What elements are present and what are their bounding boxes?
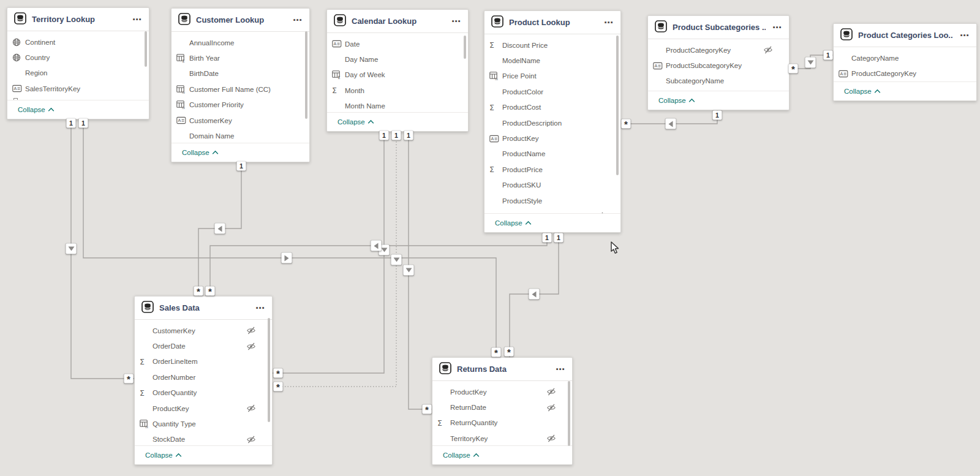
- table-card[interactable]: Product Subcategories ... ⋯ ProductCateg…: [647, 15, 790, 110]
- filter-direction-down-arrow-icon[interactable]: [404, 265, 414, 276]
- table-header[interactable]: Calendar Lookup ⋯: [327, 10, 468, 33]
- table-scrollbar[interactable]: [145, 31, 147, 67]
- more-options-button[interactable]: ⋯: [450, 10, 462, 32]
- field-row[interactable]: OrderNumber: [135, 369, 272, 385]
- hidden-eye-icon[interactable]: [763, 46, 773, 54]
- more-options-button[interactable]: ⋯: [254, 297, 266, 319]
- hidden-field-toggle[interactable]: [246, 404, 256, 412]
- collapse-link[interactable]: Collapse: [443, 451, 480, 459]
- field-row[interactable]: ΣProductPrice: [484, 162, 620, 177]
- field-row[interactable]: CustomerKey: [135, 323, 272, 338]
- collapse-link[interactable]: Collapse: [18, 106, 55, 113]
- field-row[interactable]: ProductKey: [432, 384, 572, 399]
- table-header[interactable]: Customer Lookup ⋯: [172, 9, 309, 32]
- collapse-link[interactable]: Collapse: [337, 118, 374, 126]
- hidden-eye-icon[interactable]: [246, 327, 256, 334]
- hidden-eye-icon[interactable]: [546, 388, 556, 396]
- field-row[interactable]: ΣReturnQuantity: [432, 415, 572, 431]
- filter-direction-down-arrow-icon[interactable]: [66, 244, 77, 254]
- field-row[interactable]: Domain Name: [172, 128, 309, 143]
- table-scrollbar[interactable]: [268, 318, 270, 422]
- field-row[interactable]: ProductCategoryKey: [648, 42, 789, 58]
- field-row[interactable]: ΣDiscount Price: [484, 37, 620, 53]
- table-header[interactable]: Territory Lookup ⋯: [7, 8, 149, 31]
- table-scrollbar[interactable]: [616, 36, 619, 175]
- field-row[interactable]: fxQuantity Type: [135, 416, 272, 431]
- more-options-button[interactable]: ⋯: [292, 9, 303, 31]
- filter-direction-left-arrow-icon[interactable]: [215, 224, 225, 234]
- field-row[interactable]: ΣProductCost: [484, 100, 620, 115]
- table-header[interactable]: Returns Data ⋯: [432, 358, 572, 381]
- collapse-link[interactable]: Collapse: [844, 88, 881, 95]
- field-row[interactable]: ProductColor: [484, 84, 620, 99]
- field-row[interactable]: BirthDate: [172, 66, 309, 81]
- table-header[interactable]: Product Categories Loo... ⋯: [834, 24, 976, 47]
- field-row[interactable]: AnnualIncome: [172, 35, 309, 50]
- field-row[interactable]: TerritoryKey: [432, 431, 572, 446]
- filter-direction-left-arrow-icon[interactable]: [666, 119, 676, 129]
- field-row[interactable]: Month Name: [327, 99, 468, 113]
- field-row[interactable]: OrderDate: [135, 338, 272, 353]
- field-row[interactable]: fxPrice Point: [484, 69, 620, 84]
- table-scrollbar[interactable]: [464, 36, 466, 59]
- field-row[interactable]: AProductCategoryKey: [834, 66, 976, 81]
- more-options-button[interactable]: ⋯: [603, 11, 614, 34]
- field-row[interactable]: Region: [7, 66, 149, 81]
- table-card[interactable]: Calendar Lookup ⋯ ADateDay NameΣDay of W…: [326, 9, 469, 132]
- hidden-eye-icon[interactable]: [246, 342, 256, 350]
- field-row[interactable]: ΣOrderQuantity: [135, 385, 272, 401]
- hidden-eye-icon[interactable]: [546, 404, 556, 412]
- filter-direction-right-arrow-icon[interactable]: [282, 253, 292, 263]
- field-row[interactable]: ProductName: [484, 146, 620, 162]
- table-card[interactable]: Returns Data ⋯ ProductKeyReturnDateΣRetu…: [432, 357, 573, 465]
- hidden-field-toggle[interactable]: [546, 388, 556, 396]
- field-row[interactable]: fxCustomer Priority: [172, 97, 309, 113]
- field-row[interactable]: ΣMonth: [327, 83, 468, 98]
- field-row[interactable]: AProductSubcategoryKey: [648, 58, 789, 73]
- field-row[interactable]: Continent: [7, 34, 149, 50]
- table-card[interactable]: Product Lookup ⋯ ΣDiscount PriceModelNam…: [484, 10, 621, 233]
- field-row[interactable]: fxCustomer Full Name (CC): [172, 81, 309, 97]
- table-card[interactable]: Product Categories Loo... ⋯ CategoryName…: [833, 23, 977, 101]
- more-options-button[interactable]: ⋯: [554, 358, 566, 380]
- collapse-link[interactable]: Collapse: [145, 451, 182, 459]
- hidden-field-toggle[interactable]: [246, 327, 256, 334]
- field-row[interactable]: ProductStyle: [484, 193, 620, 208]
- table-scrollbar[interactable]: [305, 31, 307, 119]
- field-row[interactable]: ReturnDate: [432, 399, 572, 415]
- field-row[interactable]: ASalesTerritoryKey: [7, 81, 149, 96]
- hidden-field-toggle[interactable]: [246, 436, 256, 444]
- table-card[interactable]: Customer Lookup ⋯ AnnualIncomeΣBirth Yea…: [171, 8, 310, 162]
- filter-direction-left-arrow-icon[interactable]: [529, 289, 540, 300]
- field-row[interactable]: StockDate: [135, 432, 272, 446]
- hidden-eye-icon[interactable]: [246, 436, 256, 444]
- model-view-canvas[interactable]: 1*1*1*1*1*1*1*1*1*1* Territory Lookup ⋯ …: [0, 0, 980, 476]
- field-row[interactable]: ModelName: [484, 53, 620, 68]
- filter-direction-down-arrow-icon[interactable]: [391, 255, 402, 265]
- more-options-button[interactable]: ⋯: [771, 16, 783, 39]
- collapse-link[interactable]: Collapse: [658, 97, 695, 104]
- field-row[interactable]: SubcategoryName: [648, 74, 789, 89]
- field-row[interactable]: Day Name: [327, 51, 468, 67]
- hidden-field-toggle[interactable]: [246, 342, 256, 350]
- table-scrollbar[interactable]: [568, 381, 570, 446]
- relationship-line[interactable]: [71, 118, 134, 379]
- hidden-eye-icon[interactable]: [246, 404, 256, 412]
- field-row[interactable]: ΣDay of Week: [327, 67, 468, 83]
- table-header[interactable]: Product Lookup ⋯: [484, 11, 620, 34]
- hidden-field-toggle[interactable]: [763, 46, 773, 54]
- collapse-link[interactable]: Collapse: [495, 219, 532, 227]
- more-options-button[interactable]: ⋯: [131, 8, 143, 31]
- field-row[interactable]: Country: [7, 50, 149, 65]
- table-header[interactable]: Product Subcategories ... ⋯: [648, 16, 789, 39]
- field-row[interactable]: ProductDescription: [484, 115, 620, 130]
- field-row[interactable]: ΣBirth Year: [172, 50, 309, 66]
- hidden-field-toggle[interactable]: [546, 434, 556, 442]
- field-row[interactable]: ADate: [327, 36, 468, 51]
- table-card[interactable]: Sales Data ⋯ CustomerKeyOrderDateΣOrderL…: [134, 296, 273, 465]
- field-row[interactable]: ProductKey: [135, 401, 272, 416]
- field-row[interactable]: AProductKey: [484, 130, 620, 146]
- collapse-link[interactable]: Collapse: [182, 149, 219, 156]
- table-card[interactable]: Territory Lookup ⋯ ContinentCountryRegio…: [7, 7, 149, 119]
- filter-direction-left-arrow-icon[interactable]: [371, 241, 382, 251]
